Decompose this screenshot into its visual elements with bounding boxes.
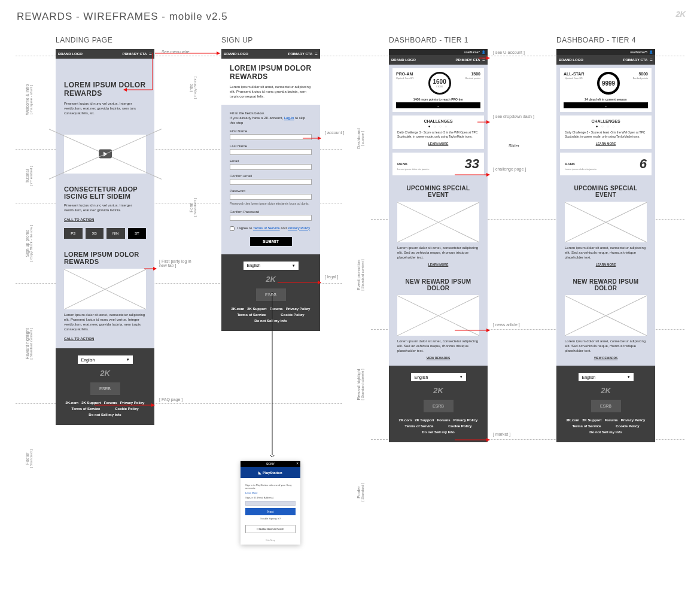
footer-link[interactable]: Do not Sell my Info xyxy=(589,430,622,434)
topbar: BRAND LOGO PRIMARY CTA ≡ xyxy=(389,55,488,65)
footer-link[interactable]: 2K.com xyxy=(232,307,245,311)
side-label-signup-promo: Sign up promo[ Copy Block - tile row ] xyxy=(25,208,33,279)
phone-dash4: userName75👤 BRAND LOGO PRIMARY CTA ≡ ALL… xyxy=(556,49,655,442)
popup-create-button[interactable]: Create New Account xyxy=(245,525,296,533)
brand-logo-icon: 2K xyxy=(675,10,686,19)
footer-link[interactable]: Cookie Policy xyxy=(616,424,639,428)
popup-brand: ◣ PlayStation xyxy=(241,467,300,478)
phone-landing: BRAND LOGO PRIMARY CTA ≡ LOREM IPSUM DOL… xyxy=(56,49,154,425)
hamburger-icon[interactable]: ≡ xyxy=(650,57,653,63)
language-selector[interactable]: English xyxy=(411,373,466,381)
footer-link[interactable]: 2K Support xyxy=(247,307,266,311)
user-bar: userName7👤 xyxy=(389,49,488,55)
footer-link[interactable]: Privacy Policy xyxy=(286,307,311,311)
view-rewards-link[interactable]: VIEW REWARDS xyxy=(565,356,647,360)
platform-st[interactable]: ST xyxy=(128,228,147,239)
learn-more-link[interactable]: LEARN MORE xyxy=(565,263,647,266)
side-label-footer-dash: Footer[ Standard ] xyxy=(357,457,364,528)
input-confirm-password[interactable] xyxy=(230,215,312,221)
annot-uaccount: [ see U-account ] xyxy=(493,50,525,54)
event-block: UPCOMING SPECIAL EVENT Lorem ipsum dolor… xyxy=(389,179,488,272)
footer-link[interactable]: Forums xyxy=(605,418,618,422)
platform-row: PS XB NIN ST xyxy=(64,228,146,239)
dash-dropdown[interactable]: ⌄ xyxy=(564,102,648,108)
input-last-name[interactable] xyxy=(230,149,312,155)
footer-link[interactable]: 2K Support xyxy=(582,418,601,422)
footer-link[interactable]: Terms of Service xyxy=(237,313,266,317)
learn-more-link[interactable]: LEARN MORE xyxy=(397,263,479,266)
footer-link[interactable]: Privacy Policy xyxy=(454,418,478,422)
primary-cta-button[interactable]: PRIMARY CTA xyxy=(623,58,647,62)
footer-link[interactable]: Cookie Policy xyxy=(281,313,304,317)
learn-more-link[interactable]: LEARN MORE xyxy=(397,142,479,145)
topbar: BRAND LOGO PRIMARY CTA ≡ xyxy=(556,55,655,65)
event-block: UPCOMING SPECIAL EVENT Lorem ipsum dolor… xyxy=(556,179,655,272)
side-label-welcome: Welcome & Intro[ marquee - short ] xyxy=(25,64,33,136)
annot-slider: Slider xyxy=(509,144,519,148)
language-selector[interactable]: English xyxy=(244,262,299,270)
banked-label: Banked points xyxy=(633,77,648,80)
input-confirm-email[interactable] xyxy=(230,179,312,185)
video-placeholder[interactable] xyxy=(64,135,146,174)
learn-more-link[interactable]: LEARN MORE xyxy=(565,142,647,145)
popup-trouble-link[interactable]: Trouble Signing In? xyxy=(245,517,296,520)
footer-link[interactable]: Do not Sell my Info xyxy=(89,413,121,417)
footer-link[interactable]: Terms of Service xyxy=(404,424,433,428)
input-first-name[interactable] xyxy=(230,134,312,140)
view-rewards-link[interactable]: VIEW REWARDS xyxy=(397,356,479,360)
popup-next-button[interactable]: Next xyxy=(245,508,296,515)
reward-cta-button[interactable]: CALL TO ACTION xyxy=(64,337,94,341)
terms-checkbox[interactable] xyxy=(230,226,235,231)
brand-label: BRAND LOGO xyxy=(391,58,416,62)
footer-logo-icon: 2K xyxy=(397,386,479,395)
footer-link[interactable]: Terms of Service xyxy=(572,424,601,428)
image-placeholder xyxy=(565,202,647,242)
column-dash4: DASHBOARD - TIER 4 userName75👤 BRAND LOG… xyxy=(556,36,655,442)
tos-link[interactable]: Terms of Service xyxy=(253,226,280,230)
platform-ps[interactable]: PS xyxy=(64,228,83,239)
footer-link[interactable]: Privacy Policy xyxy=(621,418,646,422)
platform-nin[interactable]: NIN xyxy=(106,228,125,239)
primary-cta-button[interactable]: PRIMARY CTA xyxy=(288,52,312,56)
image-placeholder xyxy=(397,202,479,242)
input-password[interactable] xyxy=(230,194,312,200)
col-title-signup: SIGN UP xyxy=(221,36,320,44)
footer-link[interactable]: Cookie Policy xyxy=(448,424,471,428)
challenges-title: CHALLENGES xyxy=(397,119,479,123)
footer-link[interactable]: Forums xyxy=(437,418,451,422)
popup-email-input[interactable] xyxy=(245,501,296,506)
play-icon[interactable] xyxy=(99,150,112,159)
footer-link[interactable]: Do not Sell my Info xyxy=(422,430,454,434)
dash-dropdown[interactable]: ⌄ xyxy=(396,102,480,108)
updated-label: Upated: 5am 8/1 xyxy=(564,77,584,80)
footer-logo-icon: 2K xyxy=(64,369,146,378)
reward-title: NEW REWARD IPSUM DOLOR xyxy=(565,278,647,291)
side-label-tutorial: Tutorial[ YT embed ] xyxy=(25,141,33,212)
slider-dots[interactable]: ● ○ ○ ○ xyxy=(397,124,479,128)
platform-xb[interactable]: XB xyxy=(86,228,104,239)
primary-cta-button[interactable]: PRIMARY CTA xyxy=(455,58,480,62)
slider-dots[interactable]: ● ○ ○ ○ xyxy=(565,124,647,128)
language-selector[interactable]: English xyxy=(78,355,133,364)
submit-button[interactable]: SUBMIT xyxy=(250,237,292,246)
promo-cta-button[interactable]: CALL TO ACTION xyxy=(64,218,94,221)
login-link[interactable]: Log-in xyxy=(284,116,294,120)
footer-link[interactable]: 2K.com xyxy=(567,418,580,422)
popup-learn-link[interactable]: Learn More xyxy=(245,491,296,494)
annot-faq: [ FAQ page ] xyxy=(159,397,182,402)
privacy-link[interactable]: Privacy Policy xyxy=(288,226,310,230)
footer-link[interactable]: 2K.com xyxy=(66,401,79,405)
first-party-popup: SONY✕ ◣ PlayStation Sign in to PlayStati… xyxy=(241,461,300,545)
side-label-reward-highlight-dash: Reward highlight[ Standard content ] xyxy=(357,349,364,421)
reward-highlight-block: LOREM IPSUM DOLOR REWARDS Lorem ipsum do… xyxy=(56,245,154,348)
close-icon[interactable]: ✕ xyxy=(296,461,299,465)
footer-link[interactable]: 2K.com xyxy=(399,418,412,422)
hamburger-icon[interactable]: ≡ xyxy=(315,51,318,57)
footer-link[interactable]: 2K Support xyxy=(415,418,434,422)
language-selector[interactable]: English xyxy=(579,373,634,381)
password-hint: Password rules lorem ipsum dolor etta ja… xyxy=(230,202,312,206)
side-label-intro: Intro[ Copy Block ] xyxy=(189,52,197,124)
input-email[interactable] xyxy=(230,164,312,170)
user-icon[interactable]: 👤 xyxy=(649,50,653,54)
esrb-badge: ESRB xyxy=(591,400,621,412)
